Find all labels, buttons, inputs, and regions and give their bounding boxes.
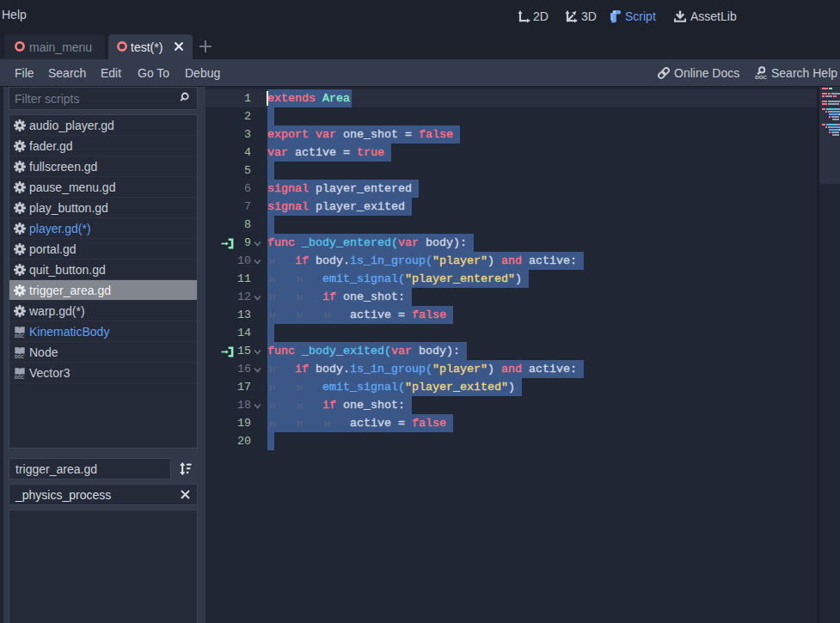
svg-text:DOC: DOC <box>755 74 767 80</box>
svg-text:DOC: DOC <box>15 375 25 379</box>
svg-text:DOC: DOC <box>15 354 25 358</box>
svg-text:DOC: DOC <box>15 333 25 338</box>
